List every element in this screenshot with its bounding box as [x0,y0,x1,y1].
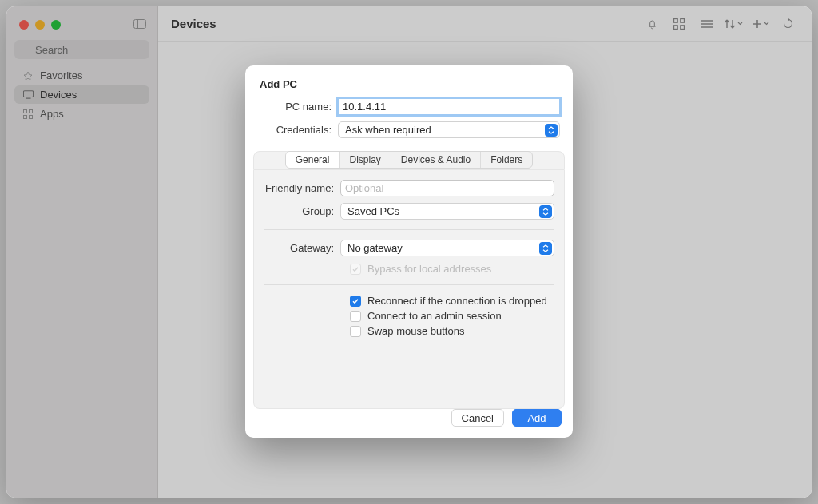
chevron-updown-icon [539,242,552,255]
gateway-value: No gateway [347,242,403,254]
gateway-select[interactable]: No gateway [340,240,554,256]
friendly-name-label: Friendly name: [264,182,340,194]
dialog-title: Add PC [245,65,573,98]
general-pane: Friendly name: Group: Saved PCs Gateway: [253,170,565,409]
chevron-updown-icon [545,124,558,137]
admin-label: Connect to an admin session [367,310,502,322]
pc-name-label: PC name: [258,101,338,113]
credentials-value: Ask when required [345,124,431,136]
bypass-label: Bypass for local addresses [367,263,491,275]
divider [264,229,554,230]
swap-check-row[interactable]: Swap mouse buttons [350,325,554,337]
tab-general[interactable]: General [286,152,340,168]
reconnect-check-row[interactable]: Reconnect if the connection is dropped [350,295,554,307]
tab-display[interactable]: Display [340,152,391,168]
group-label: Group: [264,205,340,217]
tabbar: General Display Devices & Audio Folders [285,151,533,169]
admin-checkbox[interactable] [350,311,361,322]
dialog-top-form: PC name: Credentials: Ask when required [245,98,573,145]
admin-check-row[interactable]: Connect to an admin session [350,310,554,322]
reconnect-label: Reconnect if the connection is dropped [367,295,547,307]
add-button[interactable]: Add [512,409,562,427]
swap-label: Swap mouse buttons [367,325,464,337]
chevron-updown-icon [539,205,552,218]
cancel-button[interactable]: Cancel [451,409,504,427]
gateway-label: Gateway: [264,242,340,254]
pc-name-input[interactable] [338,98,560,115]
group-value: Saved PCs [347,205,399,217]
dialog-footer: Cancel Add [245,409,573,438]
bypass-check-row: Bypass for local addresses [350,263,554,275]
tab-devices-audio[interactable]: Devices & Audio [391,152,481,168]
credentials-select[interactable]: Ask when required [338,121,560,138]
credentials-label: Credentials: [258,124,338,136]
reconnect-checkbox[interactable] [350,296,361,307]
tab-folders[interactable]: Folders [481,152,532,168]
friendly-name-input[interactable] [340,180,554,196]
bypass-checkbox [350,264,361,275]
add-pc-dialog: Add PC PC name: Credentials: Ask when re… [245,65,573,438]
tab-pane-wrap: General Display Devices & Audio Folders [253,151,565,170]
divider [264,284,554,285]
swap-checkbox[interactable] [350,326,361,337]
group-select[interactable]: Saved PCs [340,203,554,220]
